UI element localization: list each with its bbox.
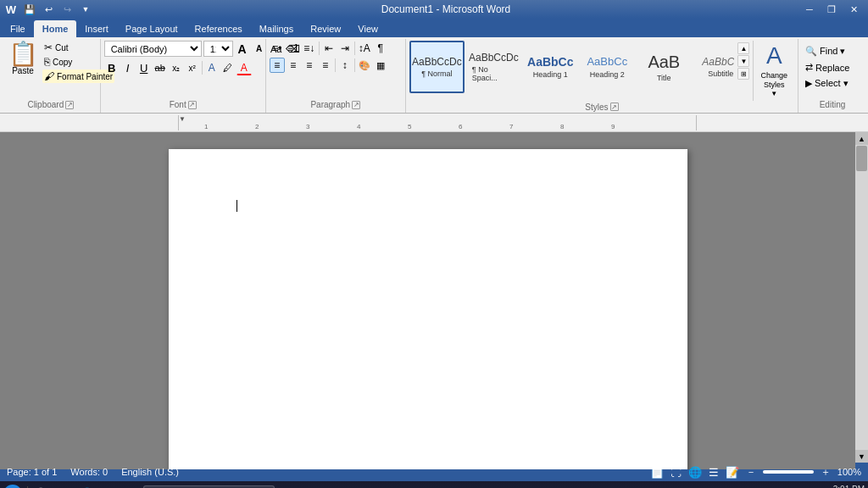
align-center-button[interactable]: ≡ (286, 58, 301, 73)
italic-button[interactable]: I (120, 60, 136, 75)
document-area[interactable] (0, 132, 855, 469)
taskbar-task-view[interactable]: ❑ (55, 485, 74, 488)
vertical-scrollbar: ▲ ▼ (855, 132, 868, 463)
scroll-thumb[interactable] (856, 146, 867, 171)
font-name-select[interactable]: Calibri (Body) (104, 41, 202, 57)
align-right-button[interactable]: ≡ (302, 58, 317, 73)
zoom-level[interactable]: 100% (837, 467, 861, 477)
scroll-up-button[interactable]: ▲ (855, 132, 868, 145)
view-web-icon[interactable]: 🌐 (688, 466, 702, 479)
shrink-font-button[interactable]: A (252, 42, 267, 57)
font-size-select[interactable]: 11 (203, 41, 233, 57)
font-expand[interactable]: ↗ (188, 101, 197, 109)
zoom-slider[interactable] (763, 470, 814, 474)
text-highlight-button[interactable]: 🖊 (220, 60, 236, 75)
show-hide-button[interactable]: ¶ (373, 41, 388, 56)
taskbar-search[interactable]: 🔍 (33, 485, 52, 488)
scroll-down-button[interactable]: ▼ (855, 450, 868, 463)
underline-button[interactable]: U (136, 60, 152, 75)
taskbar-file-explorer[interactable]: 📁 (99, 485, 118, 488)
title-bar-left: W 💾 ↩ ↪ ▼ (3, 2, 93, 17)
para-sep-1 (319, 42, 320, 55)
bullets-button[interactable]: ≡• (270, 41, 285, 56)
taskbar-edge[interactable]: 🌐 (77, 485, 96, 488)
bold-button[interactable]: B (104, 60, 120, 75)
styles-more[interactable]: ⊞ (737, 68, 749, 80)
zoom-out-button[interactable]: － (746, 465, 756, 480)
zoom-in-button[interactable]: ＋ (821, 465, 831, 480)
view-draft-icon[interactable]: 📝 (726, 466, 739, 479)
styles-scroll-down[interactable]: ▼ (737, 55, 749, 67)
start-button[interactable]: ⊞ (3, 485, 22, 488)
font-color-button[interactable]: A (236, 60, 252, 75)
align-left-button[interactable]: ≡ (270, 58, 285, 73)
word-count: Words: 0 (70, 467, 108, 477)
close-button[interactable]: ✕ (843, 0, 865, 19)
increase-indent-button[interactable]: ⇥ (337, 41, 353, 56)
tab-file[interactable]: File (2, 20, 34, 37)
superscript-button[interactable]: x² (185, 60, 200, 75)
font-label: Font ↗ (104, 98, 262, 111)
paragraph-expand[interactable]: ↗ (352, 101, 360, 109)
text-effect-button[interactable]: A (204, 60, 220, 75)
para-sep-4 (354, 58, 355, 72)
style-title[interactable]: AaB Title (637, 41, 692, 93)
tab-home[interactable]: Home (34, 20, 77, 37)
find-button[interactable]: 🔍 Find ▾ (802, 44, 861, 58)
word-logo-icon[interactable]: W (3, 2, 19, 17)
styles-expand[interactable]: ↗ (610, 103, 619, 111)
style-heading1[interactable]: AaBbCc Heading 1 (523, 41, 578, 93)
styles-scroll-up[interactable]: ▲ (737, 42, 749, 54)
paragraph-group: ≡• ≡1 ≡↓ ⇤ ⇥ ↕A ¶ ≡ ≡ ≡ ≡ ↕ 🎨 ▦ (266, 39, 406, 113)
undo-icon[interactable]: ↩ (41, 2, 56, 17)
minimize-button[interactable]: ─ (798, 0, 821, 19)
border-button[interactable]: ▦ (373, 58, 388, 73)
text-cursor (236, 200, 237, 212)
select-label: Select ▾ (815, 78, 849, 89)
tab-view[interactable]: View (349, 20, 387, 37)
tab-references[interactable]: References (186, 20, 251, 37)
change-styles-button[interactable]: ChangeStyles ▼ (757, 69, 791, 99)
style-normal[interactable]: AaBbCcDc ¶ Normal (409, 41, 465, 93)
maximize-button[interactable]: ❐ (821, 0, 843, 19)
strikethrough-button[interactable]: ab (153, 60, 168, 75)
grow-font-button[interactable]: A (235, 42, 250, 57)
taskbar-settings[interactable]: ⚙ (121, 485, 140, 488)
ribbon: 📋 Paste ✂ Cut ⎘ Copy 🖌 Format Painter C (0, 37, 868, 114)
clock[interactable]: 3:01 PM 8/7/2017 (832, 485, 865, 488)
styles-group: AaBbCcDc ¶ Normal AaBbCcDc ¶ No Spaci...… (406, 39, 798, 113)
paragraph-group-content: ≡• ≡1 ≡↓ ⇤ ⇥ ↕A ¶ ≡ ≡ ≡ ≡ ↕ 🎨 ▦ (270, 41, 402, 98)
sort-button[interactable]: ↕A (357, 41, 372, 56)
scroll-track[interactable] (855, 145, 868, 450)
view-outline-icon[interactable]: ☰ (709, 466, 719, 479)
paste-button[interactable]: 📋 Paste (5, 41, 41, 77)
justify-button[interactable]: ≡ (318, 58, 333, 73)
copy-icon: ⎘ (44, 56, 50, 68)
tab-mailings[interactable]: Mailings (251, 20, 302, 37)
tab-page-layout[interactable]: Page Layout (117, 20, 186, 37)
style-heading2[interactable]: AaBbCc Heading 2 (580, 41, 635, 93)
document-page[interactable] (169, 149, 687, 469)
line-spacing-button[interactable]: ↕ (337, 58, 353, 73)
replace-button[interactable]: ⇄ Replace (802, 60, 861, 75)
select-button[interactable]: ▶ Select ▾ (802, 76, 861, 91)
customize-icon[interactable]: ▼ (78, 2, 93, 17)
subscript-button[interactable]: x₂ (169, 60, 184, 75)
style-heading2-preview: AaBbCc (587, 55, 627, 69)
shading-button[interactable]: 🎨 (357, 58, 372, 73)
ruler-marker-left: ▼ (179, 115, 186, 123)
editing-label-text: Editing (820, 100, 846, 109)
taskbar-word-button[interactable]: W Document1 - Microsof... (143, 485, 275, 489)
style-subtitle[interactable]: AaBbCc Subtitle (693, 41, 735, 93)
para-row-1: ≡• ≡1 ≡↓ ⇤ ⇥ ↕A ¶ (270, 41, 388, 56)
word-art-icon[interactable]: A (766, 42, 782, 69)
decrease-indent-button[interactable]: ⇤ (321, 41, 337, 56)
tab-insert[interactable]: Insert (76, 20, 117, 37)
clipboard-expand[interactable]: ↗ (65, 101, 74, 109)
style-no-spacing[interactable]: AaBbCcDc ¶ No Spaci... (466, 41, 521, 93)
multilevel-list-button[interactable]: ≡↓ (302, 41, 317, 56)
redo-icon[interactable]: ↪ (59, 2, 75, 17)
tab-review[interactable]: Review (302, 20, 349, 37)
numbered-list-button[interactable]: ≡1 (286, 41, 301, 56)
save-icon[interactable]: 💾 (22, 2, 37, 17)
